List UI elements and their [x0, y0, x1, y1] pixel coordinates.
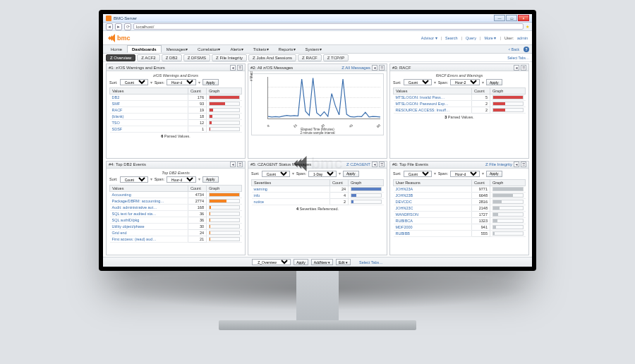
footer-tab-select[interactable]: Z_Overview	[252, 259, 291, 265]
sub-tab-z-tcp-ip[interactable]: Z TCP/IP	[323, 54, 349, 61]
header-link-search[interactable]: Search	[445, 36, 457, 40]
row-bar	[207, 229, 242, 236]
header-link-query[interactable]: Query	[466, 36, 476, 40]
footer-apply-button[interactable]: Apply	[294, 259, 308, 265]
panel-apply-button[interactable]: Apply	[486, 171, 502, 177]
nav-reload-button[interactable]: ⟳	[124, 23, 131, 30]
row-label[interactable]: MDF2000	[394, 224, 472, 230]
footer-addnew-button[interactable]: AddNew ▾	[311, 259, 333, 265]
row-label[interactable]: First access: (read) aud…	[110, 236, 188, 242]
row-label[interactable]: MTSLOGON: Password Exp…	[394, 101, 472, 107]
row-label[interactable]: Accounting	[110, 191, 188, 198]
sort-select[interactable]: Count	[262, 171, 290, 177]
row-bar	[207, 236, 242, 242]
help-icon[interactable]: ?	[524, 47, 529, 52]
panel-link[interactable]: Z File Integrity	[485, 162, 512, 166]
back-link[interactable]: < Back	[509, 47, 519, 51]
panel-prev-icon[interactable]: ◄	[514, 65, 519, 71]
row-label[interactable]: Utility object/phase	[110, 223, 188, 229]
sub-tab-z-overview[interactable]: Z Overview	[106, 54, 135, 61]
row-label[interactable]: MTSLOGON: Invalid Pass…	[394, 95, 472, 101]
row-label[interactable]: TSO	[110, 120, 188, 126]
sub-tab-z-file-integrity[interactable]: Z File Integrity	[212, 54, 247, 61]
footer-edit-button[interactable]: Edit ▾	[336, 259, 351, 265]
sub-tab-z-jobs-and-sessions[interactable]: Z Jobs And Sessions	[248, 54, 296, 61]
sort-select[interactable]: Count	[120, 176, 148, 183]
panel-prev-icon[interactable]: ◄	[230, 162, 236, 167]
nav-back-button[interactable]: ◄	[106, 23, 113, 30]
row-label[interactable]: warning	[252, 186, 330, 192]
panel-menu-icon[interactable]: ☰	[237, 162, 243, 167]
panel-apply-button[interactable]: Apply	[202, 79, 219, 85]
panel-title: #1: z/OS Warnings and Errors	[109, 66, 229, 70]
sub-tab-z-acf2[interactable]: Z ACF2	[137, 54, 159, 61]
panel-prev-icon[interactable]: ◄	[230, 65, 236, 71]
span-select[interactable]: Hour-d	[167, 176, 196, 183]
panel-menu-icon[interactable]: ☰	[379, 162, 385, 167]
row-label[interactable]: notice	[252, 198, 330, 205]
sub-tab-z-db2[interactable]: Z DB2	[162, 54, 182, 61]
row-bar	[207, 217, 242, 223]
row-label[interactable]: DB2	[110, 95, 188, 101]
sort-select[interactable]: Count	[404, 171, 432, 177]
address-bar[interactable]: localhost/	[133, 23, 524, 30]
row-label[interactable]: Grid end	[110, 229, 188, 236]
main-tab-system-[interactable]: System▾	[301, 45, 327, 53]
sub-tab-z-racf[interactable]: Z RACF	[298, 54, 322, 61]
current-user[interactable]: admin	[517, 36, 528, 40]
select-tabs-link[interactable]: Select Tabs…	[507, 56, 529, 60]
main-tab-tickets-[interactable]: Tickets▾	[248, 45, 274, 53]
row-label[interactable]: RACF	[110, 107, 188, 114]
main-tab-dashboards[interactable]: Dashboards	[127, 45, 162, 53]
row-label[interactable]: SQL text for audited sta…	[110, 210, 188, 217]
panel-menu-icon[interactable]: ☰	[379, 65, 385, 71]
row-label[interactable]: (blank)	[110, 114, 188, 120]
panel-apply-button[interactable]: Apply	[202, 176, 219, 183]
panel-apply-button[interactable]: Apply	[486, 79, 502, 85]
span-select[interactable]: Hour-d	[450, 171, 480, 177]
row-label[interactable]: Audit: administrative aut…	[110, 204, 188, 210]
window-minimize-button[interactable]: —	[494, 15, 505, 21]
row-count: 4734	[188, 191, 207, 198]
footer-select-tabs-link[interactable]: Select Tabs…	[359, 260, 383, 265]
main-tab-correlation-[interactable]: Correlation▾	[193, 45, 225, 53]
row-label[interactable]: RESOURCE ACCESS: Insuff…	[394, 107, 472, 114]
row-label[interactable]: RUBIBCA	[394, 217, 472, 224]
panel-prev-icon[interactable]: ◄	[372, 65, 377, 71]
panel-prev-icon[interactable]: ◄	[514, 162, 519, 167]
row-label[interactable]: JOHN23A	[394, 186, 472, 192]
window-maximize-button[interactable]: ▭	[506, 15, 517, 21]
row-label[interactable]: SDSF	[110, 126, 188, 133]
span-select[interactable]: Hour-d	[167, 79, 196, 85]
sort-select[interactable]: Count	[120, 79, 148, 85]
row-label[interactable]: info	[252, 192, 330, 198]
window-close-button[interactable]: ×	[518, 15, 529, 21]
header-link-more[interactable]: More ▾	[484, 36, 496, 40]
main-tab-alerts-[interactable]: Alerts▾	[225, 45, 248, 53]
span-select[interactable]: Hour-2	[450, 79, 480, 85]
panel-menu-icon[interactable]: ☰	[521, 162, 526, 167]
panel-link[interactable]: Z CZAGENT	[346, 162, 370, 166]
row-label[interactable]: DEVCDC	[394, 198, 472, 205]
panel-menu-icon[interactable]: ☰	[521, 65, 526, 71]
row-label[interactable]: WANDRSON	[394, 211, 472, 217]
row-label[interactable]: SQL authID/pkg	[110, 217, 188, 223]
main-tab-reports-[interactable]: Reports▾	[274, 45, 301, 53]
panel-apply-button[interactable]: Apply	[343, 171, 359, 177]
header-link-advisor[interactable]: Advisor ▾	[421, 36, 437, 40]
main-tab-messages-[interactable]: Messages▾	[162, 45, 193, 53]
sub-tab-z-dfsms[interactable]: Z DFSMS	[183, 54, 210, 61]
nav-forward-button[interactable]: ►	[115, 23, 122, 30]
row-label[interactable]: Package/DBRM: accounting…	[110, 198, 188, 204]
row-label[interactable]: SMF	[110, 101, 188, 107]
row-label[interactable]: JOHN23B	[394, 192, 472, 198]
row-label[interactable]: RUBIBB	[394, 230, 472, 236]
panel-menu-icon[interactable]: ☰	[237, 65, 243, 71]
panel-link[interactable]: Z All Messages	[341, 66, 370, 70]
bookmark-icon[interactable]: ★	[526, 24, 529, 29]
span-select[interactable]: 1-Day	[308, 171, 337, 177]
sort-select[interactable]: Count	[404, 79, 432, 85]
main-tab-home[interactable]: Home	[106, 45, 127, 53]
row-label[interactable]: JOHN23C	[394, 205, 472, 211]
panel-prev-icon[interactable]: ◄	[372, 162, 377, 167]
